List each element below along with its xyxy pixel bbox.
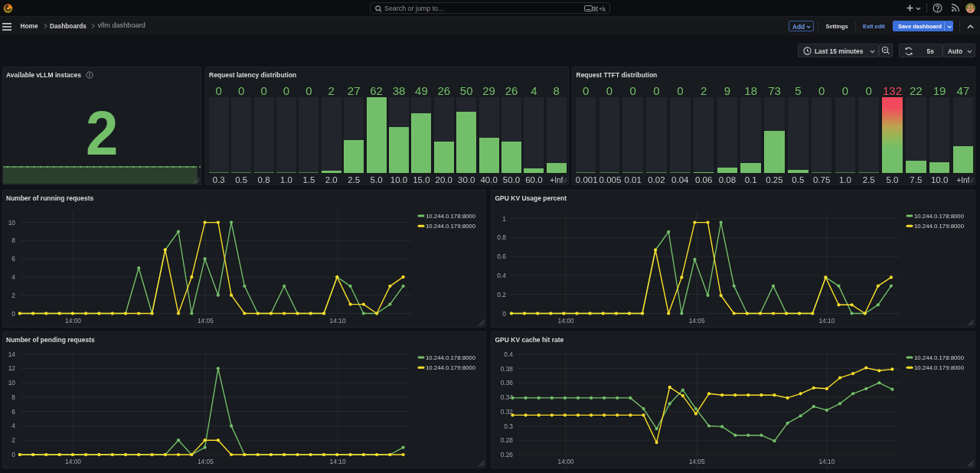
svg-text:14:00: 14:00 xyxy=(65,458,81,465)
svg-text:0.38: 0.38 xyxy=(501,365,514,373)
svg-text:14:05: 14:05 xyxy=(197,317,213,325)
svg-text:6: 6 xyxy=(11,255,15,263)
svg-text:14:10: 14:10 xyxy=(818,317,835,325)
svg-text:4: 4 xyxy=(11,273,15,281)
svg-text:0.3: 0.3 xyxy=(504,422,513,430)
svg-text:14:10: 14:10 xyxy=(329,317,345,325)
svg-text:10.244.0.178:8000: 10.244.0.178:8000 xyxy=(914,213,965,220)
svg-text:14:00: 14:00 xyxy=(558,458,574,465)
svg-text:2: 2 xyxy=(11,436,15,444)
svg-text:14:00: 14:00 xyxy=(558,317,574,325)
svg-text:10.244.0.179:8000: 10.244.0.179:8000 xyxy=(425,223,475,230)
svg-text:0.26: 0.26 xyxy=(501,451,514,458)
svg-text:14: 14 xyxy=(8,351,15,358)
svg-text:0: 0 xyxy=(11,451,15,458)
svg-text:6: 6 xyxy=(11,408,15,416)
svg-text:8: 8 xyxy=(11,236,15,244)
svg-text:0.4: 0.4 xyxy=(497,272,506,279)
svg-text:10: 10 xyxy=(8,219,15,227)
svg-text:14:10: 14:10 xyxy=(329,458,345,465)
svg-text:10.244.0.179:8000: 10.244.0.179:8000 xyxy=(914,364,965,371)
svg-text:14:05: 14:05 xyxy=(689,458,705,465)
svg-text:0.36: 0.36 xyxy=(501,379,514,387)
svg-text:10.244.0.178:8000: 10.244.0.178:8000 xyxy=(914,354,965,361)
svg-text:0.8: 0.8 xyxy=(497,233,506,241)
svg-text:10.244.0.178:8000: 10.244.0.178:8000 xyxy=(425,354,475,361)
svg-text:0.28: 0.28 xyxy=(501,436,514,444)
svg-text:0.4: 0.4 xyxy=(504,351,513,358)
svg-text:14:05: 14:05 xyxy=(197,458,213,465)
svg-text:10.244.0.178:8000: 10.244.0.178:8000 xyxy=(425,213,475,220)
svg-text:10.244.0.179:8000: 10.244.0.179:8000 xyxy=(425,364,475,371)
svg-text:12: 12 xyxy=(8,364,15,372)
svg-text:14:10: 14:10 xyxy=(818,458,835,465)
svg-text:0: 0 xyxy=(502,310,506,318)
svg-text:10: 10 xyxy=(8,379,15,387)
svg-text:10.244.0.179:8000: 10.244.0.179:8000 xyxy=(914,223,965,230)
svg-text:0: 0 xyxy=(11,310,15,318)
svg-text:14:00: 14:00 xyxy=(65,317,81,325)
svg-text:1: 1 xyxy=(502,215,506,223)
svg-text:0.6: 0.6 xyxy=(497,253,506,260)
svg-text:14:05: 14:05 xyxy=(689,317,705,325)
svg-text:4: 4 xyxy=(11,422,15,429)
svg-text:2: 2 xyxy=(11,292,15,299)
svg-text:8: 8 xyxy=(11,393,15,401)
svg-text:0.2: 0.2 xyxy=(497,291,506,298)
